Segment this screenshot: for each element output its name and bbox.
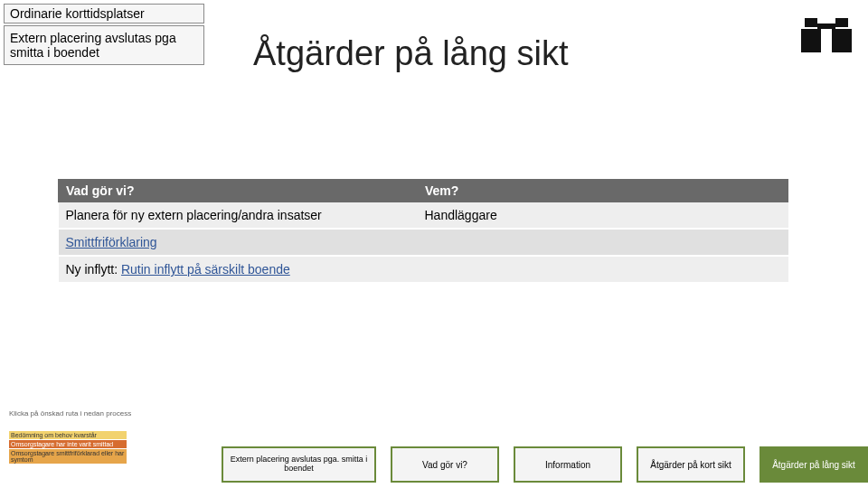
- cell-who: Handläggare: [418, 202, 788, 230]
- table-header-what: Vad gör vi?: [59, 180, 418, 202]
- link-smittfri[interactable]: Smittfriförklaring: [66, 235, 157, 249]
- svg-rect-1: [835, 18, 848, 27]
- binoculars-icon: [801, 16, 852, 58]
- nav-step-information[interactable]: Information: [514, 446, 622, 483]
- legend-item[interactable]: Omsorgstagare har inte varit smittad: [9, 440, 127, 448]
- svg-rect-3: [801, 29, 821, 52]
- breadcrumb-level-2[interactable]: Extern placering avslutas pga smitta i b…: [4, 25, 204, 65]
- svg-rect-4: [832, 29, 852, 52]
- cell-what: Smittfriförklaring: [59, 229, 418, 256]
- footer-legend: Bedömning om behov kvarstår Omsorgstagar…: [9, 431, 127, 465]
- table-row: Ny inflytt: Rutin inflytt på särskilt bo…: [59, 256, 788, 283]
- svg-rect-2: [817, 23, 835, 29]
- svg-rect-0: [805, 18, 817, 27]
- cell-who: [418, 229, 788, 256]
- nav-step-kort-sikt[interactable]: Åtgärder på kort sikt: [637, 446, 745, 483]
- table-header-who: Vem?: [418, 180, 788, 202]
- link-rutin-inflytt[interactable]: Rutin inflytt på särskilt boende: [121, 262, 290, 277]
- cell-who: [418, 256, 788, 283]
- table-row: Planera för ny extern placering/andra in…: [59, 202, 788, 230]
- cell-prefix: Ny inflytt:: [66, 262, 121, 277]
- process-nav: Extern placering avslutas pga. smitta i …: [222, 446, 868, 483]
- legend-item[interactable]: Bedömning om behov kvarstår: [9, 431, 127, 439]
- nav-step-lang-sikt[interactable]: Åtgärder på lång sikt: [760, 446, 868, 483]
- cell-what: Ny inflytt: Rutin inflytt på särskilt bo…: [59, 256, 418, 283]
- cell-what: Planera för ny extern placering/andra in…: [59, 202, 418, 230]
- breadcrumb-level-1[interactable]: Ordinarie korttidsplatser: [4, 4, 204, 23]
- actions-table: Vad gör vi? Vem? Planera för ny extern p…: [58, 179, 788, 284]
- table-header-row: Vad gör vi? Vem?: [59, 180, 788, 202]
- table-row: Smittfriförklaring: [59, 229, 788, 256]
- nav-step-extern-placering[interactable]: Extern placering avslutas pga. smitta i …: [222, 446, 376, 483]
- footer-caption: Klicka på önskad ruta i nedan process: [9, 409, 131, 418]
- legend-item[interactable]: Omsorgstagare smittfriförklarad eller ha…: [9, 449, 127, 464]
- nav-step-vad-gor-vi[interactable]: Vad gör vi?: [391, 446, 499, 483]
- page-title: Åtgärder på lång sikt: [253, 34, 569, 73]
